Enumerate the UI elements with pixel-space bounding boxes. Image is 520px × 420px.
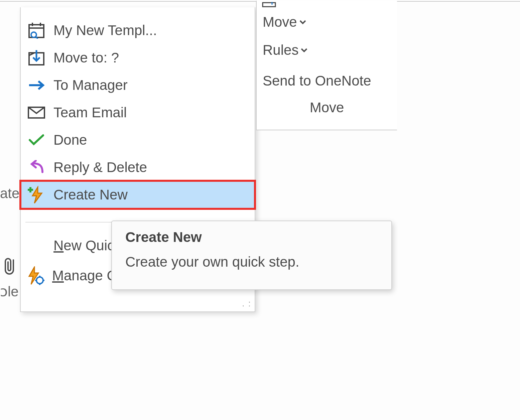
svg-point-4: [31, 32, 36, 37]
quick-step-create-new[interactable]: Create New: [21, 181, 255, 208]
onenote-label: Send to OneNote: [263, 73, 371, 89]
quick-step-label: Move to: ?: [53, 51, 119, 65]
quick-step-label: Reply & Delete: [53, 160, 147, 174]
quick-step-label: Create New: [53, 188, 128, 202]
chevron-down-icon: [299, 19, 306, 25]
tooltip-title: Create New: [125, 229, 378, 245]
quick-step-to-manager[interactable]: To Manager: [21, 72, 255, 99]
clipped-text: ɔle: [0, 283, 19, 300]
calendar-search-icon: [25, 21, 47, 40]
move-group-title: Move: [257, 100, 397, 116]
quick-step-move-to[interactable]: Move to: ?: [21, 44, 255, 72]
svg-marker-10: [32, 187, 42, 203]
svg-rect-19: [263, 3, 275, 7]
quick-step-my-new-template[interactable]: My New Templ...: [21, 17, 255, 44]
svg-point-14: [36, 277, 43, 284]
checkmark-icon: [25, 131, 47, 149]
folder-icon: [261, 0, 277, 13]
send-to-onenote[interactable]: Send to OneNote: [257, 64, 397, 98]
quick-step-label: To Manager: [53, 78, 128, 92]
quick-step-reply-delete[interactable]: Reply & Delete: [21, 154, 255, 181]
tooltip-description: Create your own quick step.: [125, 254, 378, 270]
clipped-text: ate: [0, 185, 19, 201]
create-new-tooltip: Create New Create your own quick step.: [111, 221, 392, 290]
envelope-icon: [25, 103, 47, 122]
quick-step-label: Team Email: [53, 106, 127, 120]
rules-label: Rules: [263, 42, 298, 58]
quick-step-done[interactable]: Done: [21, 126, 255, 154]
reply-icon: [25, 158, 47, 177]
paperclip-icon: [4, 258, 17, 275]
move-to-folder-icon: [25, 48, 47, 67]
quick-steps-list: My New Templ... Move to: ? To Manage: [21, 7, 255, 212]
rules-dropdown[interactable]: Rules: [257, 36, 397, 64]
quick-step-label: Done: [53, 133, 87, 147]
move-ribbon-group: Move Rules Send to OneNote Move: [256, 1, 397, 130]
quick-step-team-email[interactable]: Team Email: [21, 99, 255, 126]
move-label: Move: [263, 14, 297, 30]
move-dropdown[interactable]: Move: [257, 8, 397, 36]
chevron-down-icon: [300, 47, 308, 53]
lightning-gear-icon: [24, 266, 46, 285]
arrow-right-icon: [25, 76, 47, 95]
move-button-partial-icon: [257, 1, 397, 8]
lightning-plus-icon: [25, 185, 47, 204]
quick-step-label: My New Templ...: [53, 23, 157, 37]
resize-grip[interactable]: . :: [242, 298, 251, 309]
